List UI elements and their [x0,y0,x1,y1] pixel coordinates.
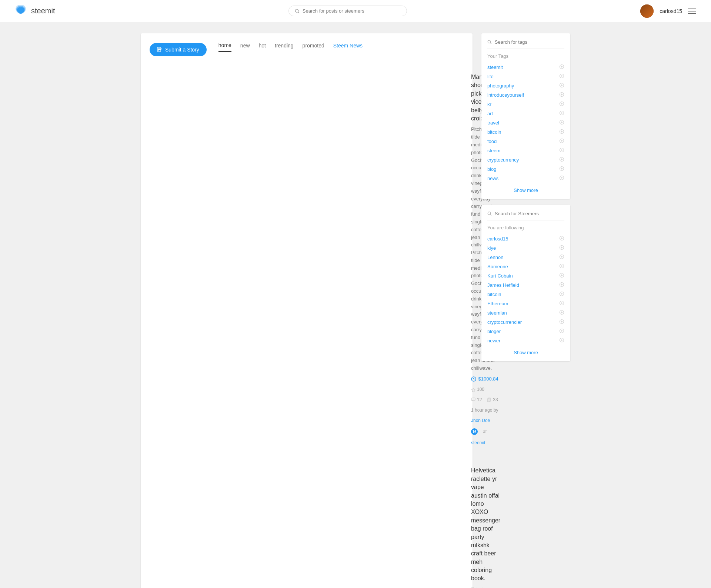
steemer-name[interactable]: klye [487,245,496,251]
hamburger-line-2 [688,11,696,11]
tag-add-icon[interactable] [559,120,564,126]
page-container: Submit a Story home new hot trending pro… [133,33,578,588]
circle-plus-icon-steemer [559,245,564,250]
tags-search-bar[interactable] [487,39,564,49]
search-input[interactable] [303,8,401,14]
tag-item: travel [487,118,564,127]
steemer-add-icon[interactable] [559,254,564,260]
tag-item: blog [487,165,564,174]
steemer-add-icon[interactable] [559,310,564,316]
tab-trending[interactable]: trending [275,43,294,52]
avatar[interactable] [640,4,654,18]
steemer-item: James Hetfield [487,280,564,290]
show-more-steemers-button[interactable]: Show more [487,350,564,355]
tag-name[interactable]: life [487,74,494,79]
steemer-name[interactable]: cryptocurrencier [487,319,522,325]
steemer-item: Lennon [487,253,564,262]
steemer-name[interactable]: Kurt Cobain [487,273,513,279]
circle-plus-icon [559,92,564,97]
steemer-name[interactable]: Ethereum [487,301,508,306]
steemer-add-icon[interactable] [559,263,564,270]
circle-plus-icon-steemer [559,263,564,269]
header-right: carlosd15 [640,4,696,18]
circle-plus-icon-steemer [559,310,564,315]
tag-name[interactable]: photography [487,83,514,89]
steemer-add-icon[interactable] [559,319,564,325]
steemer-add-icon[interactable] [559,328,564,335]
tag-add-icon[interactable] [559,92,564,98]
hamburger-menu[interactable] [688,9,696,14]
show-more-tags-button[interactable]: Show more [487,187,564,193]
steemer-add-icon[interactable] [559,291,564,298]
steemers-search-input[interactable] [495,211,564,216]
tag-name[interactable]: introduceyourself [487,92,524,98]
tag-add-icon[interactable] [559,138,564,144]
tag-name[interactable]: kr [487,102,491,107]
tags-search-input[interactable] [495,39,564,45]
steemer-add-icon[interactable] [559,282,564,288]
upvote-icon[interactable] [471,376,476,382]
steemer-name[interactable]: bitcoin [487,292,501,297]
avatar-image [640,4,654,18]
steemer-name[interactable]: steemian [487,310,507,316]
tag-add-icon[interactable] [559,64,564,70]
svg-line-27 [490,43,491,44]
steemer-name[interactable]: Lennon [487,255,503,260]
steemer-name[interactable]: newer [487,338,500,343]
tag-name[interactable]: steem [487,148,500,153]
tag-add-icon[interactable] [559,73,564,80]
tag-add-icon[interactable] [559,166,564,172]
circle-plus-icon-steemer [559,254,564,259]
tag-name[interactable]: cryptocurrency [487,157,519,163]
tag-add-icon[interactable] [559,83,564,89]
steemers-search-bar[interactable] [487,211,564,220]
tag-name[interactable]: travel [487,120,499,126]
steemer-add-icon[interactable] [559,236,564,242]
circle-plus-icon [559,101,564,106]
tag-name[interactable]: art [487,111,493,116]
tag-name[interactable]: blog [487,166,497,172]
tag-name[interactable]: news [487,176,498,181]
tab-promoted[interactable]: promoted [303,43,324,52]
tag-add-icon[interactable] [559,129,564,135]
search-icon [295,9,300,14]
steemer-add-icon[interactable] [559,273,564,279]
steemer-add-icon[interactable] [559,338,564,344]
tag-add-icon[interactable] [559,101,564,107]
tag-name[interactable]: food [487,139,497,144]
tag-add-icon[interactable] [559,157,564,163]
tag-add-icon[interactable] [559,147,564,154]
steemer-name[interactable]: bloger [487,329,501,334]
tab-home[interactable]: home [218,42,231,52]
steemer-add-icon[interactable] [559,245,564,251]
tab-steem-news[interactable]: Steem News [333,43,363,52]
tags-card: Your Tags steemit life photography [481,33,570,199]
steemer-name[interactable]: James Hetfield [487,282,519,288]
tag-add-icon[interactable] [559,110,564,117]
tag-add-icon[interactable] [559,175,564,182]
circle-plus-icon-steemer [559,282,564,287]
steemer-name[interactable]: carlosd15 [487,236,508,242]
tab-new[interactable]: new [240,43,250,52]
logo-text: steemit [31,7,55,15]
tag-item: art [487,109,564,118]
svg-point-6 [471,377,476,381]
sidebar: Your Tags steemit life photography [481,33,570,588]
steemer-item: klye [487,243,564,253]
comment-icon [471,398,475,402]
tag-item: bitcoin [487,127,564,137]
steemers-list: carlosd15 klye Lennon Some [487,234,564,345]
steemers-section-title: You are following [487,225,564,230]
tag-name[interactable]: bitcoin [487,129,501,135]
tag-name[interactable]: steemit [487,64,503,70]
steemer-name[interactable]: Someone [487,264,508,269]
main-search-bar[interactable] [288,6,407,16]
username-label[interactable]: carlosd15 [660,8,682,14]
circle-plus-icon [559,147,564,153]
comments-count[interactable]: 12 [471,397,482,402]
submit-story-button[interactable]: Submit a Story [150,43,207,56]
circle-plus-icon-steemer [559,291,564,296]
tab-hot[interactable]: hot [259,43,266,52]
steemer-add-icon[interactable] [559,300,564,307]
steemit-logo-icon[interactable] [15,4,27,18]
